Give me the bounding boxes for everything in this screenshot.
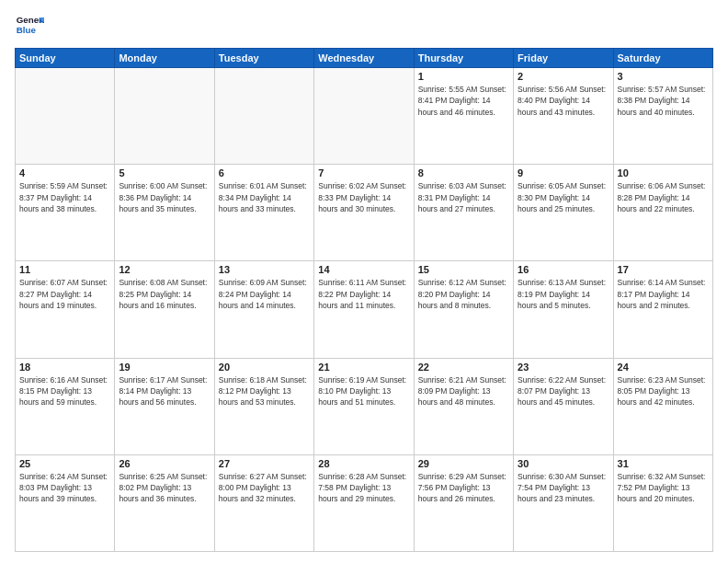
day-number: 26 (119, 458, 210, 469)
page: General Blue SundayMondayTuesdayWednesda… (0, 0, 728, 563)
day-cell: 30Sunrise: 6:30 AM Sunset: 7:54 PM Dayli… (514, 454, 613, 551)
day-info: Sunrise: 6:17 AM Sunset: 8:14 PM Dayligh… (119, 374, 210, 408)
day-cell: 10Sunrise: 6:06 AM Sunset: 8:28 PM Dayli… (613, 165, 712, 261)
day-info: Sunrise: 6:06 AM Sunset: 8:28 PM Dayligh… (618, 180, 709, 214)
calendar: SundayMondayTuesdayWednesdayThursdayFrid… (15, 48, 713, 552)
header: General Blue (15, 11, 713, 40)
day-cell: 14Sunrise: 6:11 AM Sunset: 8:22 PM Dayli… (314, 261, 414, 358)
weekday-header-thursday: Thursday (414, 49, 513, 68)
week-row-3: 18Sunrise: 6:16 AM Sunset: 8:15 PM Dayli… (16, 358, 713, 454)
day-number: 7 (318, 167, 409, 178)
day-cell: 31Sunrise: 6:32 AM Sunset: 7:52 PM Dayli… (613, 454, 712, 551)
day-cell: 24Sunrise: 6:23 AM Sunset: 8:05 PM Dayli… (613, 358, 712, 454)
day-number: 1 (418, 71, 509, 82)
day-number: 12 (119, 264, 210, 275)
day-info: Sunrise: 6:03 AM Sunset: 8:31 PM Dayligh… (418, 180, 509, 214)
day-number: 6 (219, 167, 310, 178)
day-info: Sunrise: 6:28 AM Sunset: 7:58 PM Dayligh… (318, 471, 409, 505)
day-cell: 7Sunrise: 6:02 AM Sunset: 8:33 PM Daylig… (314, 165, 414, 261)
day-cell: 2Sunrise: 5:56 AM Sunset: 8:40 PM Daylig… (514, 68, 613, 165)
day-info: Sunrise: 5:55 AM Sunset: 8:41 PM Dayligh… (418, 84, 509, 118)
day-cell: 16Sunrise: 6:13 AM Sunset: 8:19 PM Dayli… (514, 261, 613, 358)
day-number: 18 (19, 362, 110, 373)
day-info: Sunrise: 6:22 AM Sunset: 8:07 PM Dayligh… (518, 374, 609, 408)
day-number: 30 (518, 458, 609, 469)
day-cell: 9Sunrise: 6:05 AM Sunset: 8:30 PM Daylig… (514, 165, 613, 261)
day-cell: 1Sunrise: 5:55 AM Sunset: 8:41 PM Daylig… (414, 68, 513, 165)
day-number: 8 (418, 167, 509, 178)
day-number: 3 (618, 71, 709, 82)
day-number: 14 (318, 264, 409, 275)
day-cell: 26Sunrise: 6:25 AM Sunset: 8:02 PM Dayli… (115, 454, 214, 551)
day-cell: 17Sunrise: 6:14 AM Sunset: 8:17 PM Dayli… (613, 261, 712, 358)
day-cell: 25Sunrise: 6:24 AM Sunset: 8:03 PM Dayli… (16, 454, 115, 551)
day-info: Sunrise: 6:32 AM Sunset: 7:52 PM Dayligh… (618, 471, 709, 505)
day-cell: 15Sunrise: 6:12 AM Sunset: 8:20 PM Dayli… (414, 261, 513, 358)
day-number: 15 (418, 264, 509, 275)
day-cell: 3Sunrise: 5:57 AM Sunset: 8:38 PM Daylig… (613, 68, 712, 165)
week-row-1: 4Sunrise: 5:59 AM Sunset: 8:37 PM Daylig… (16, 165, 713, 261)
weekday-header-sunday: Sunday (16, 49, 115, 68)
day-info: Sunrise: 5:56 AM Sunset: 8:40 PM Dayligh… (518, 84, 609, 118)
weekday-header-friday: Friday (514, 49, 613, 68)
day-cell (115, 68, 214, 165)
day-info: Sunrise: 6:05 AM Sunset: 8:30 PM Dayligh… (518, 180, 609, 214)
weekday-header-monday: Monday (115, 49, 214, 68)
day-info: Sunrise: 6:23 AM Sunset: 8:05 PM Dayligh… (618, 374, 709, 408)
svg-text:Blue: Blue (17, 25, 37, 35)
day-cell (16, 68, 115, 165)
day-info: Sunrise: 6:19 AM Sunset: 8:10 PM Dayligh… (318, 374, 409, 408)
day-cell: 19Sunrise: 6:17 AM Sunset: 8:14 PM Dayli… (115, 358, 214, 454)
day-number: 31 (618, 458, 709, 469)
day-number: 9 (518, 167, 609, 178)
day-info: Sunrise: 6:13 AM Sunset: 8:19 PM Dayligh… (518, 277, 609, 311)
day-number: 19 (119, 362, 210, 373)
day-info: Sunrise: 6:21 AM Sunset: 8:09 PM Dayligh… (418, 374, 509, 408)
day-info: Sunrise: 6:09 AM Sunset: 8:24 PM Dayligh… (219, 277, 310, 311)
day-cell: 6Sunrise: 6:01 AM Sunset: 8:34 PM Daylig… (214, 165, 313, 261)
day-cell (214, 68, 313, 165)
day-info: Sunrise: 6:18 AM Sunset: 8:12 PM Dayligh… (219, 374, 310, 408)
day-cell (314, 68, 414, 165)
day-number: 13 (219, 264, 310, 275)
day-number: 24 (618, 362, 709, 373)
weekday-header-row: SundayMondayTuesdayWednesdayThursdayFrid… (16, 49, 713, 68)
day-info: Sunrise: 6:02 AM Sunset: 8:33 PM Dayligh… (318, 180, 409, 214)
day-info: Sunrise: 6:29 AM Sunset: 7:56 PM Dayligh… (418, 471, 509, 505)
day-number: 27 (219, 458, 310, 469)
day-info: Sunrise: 6:01 AM Sunset: 8:34 PM Dayligh… (219, 180, 310, 214)
day-number: 17 (618, 264, 709, 275)
day-info: Sunrise: 6:24 AM Sunset: 8:03 PM Dayligh… (19, 471, 110, 505)
week-row-4: 25Sunrise: 6:24 AM Sunset: 8:03 PM Dayli… (16, 454, 713, 551)
day-cell: 13Sunrise: 6:09 AM Sunset: 8:24 PM Dayli… (214, 261, 313, 358)
day-info: Sunrise: 6:30 AM Sunset: 7:54 PM Dayligh… (518, 471, 609, 505)
day-cell: 8Sunrise: 6:03 AM Sunset: 8:31 PM Daylig… (414, 165, 513, 261)
day-number: 25 (19, 458, 110, 469)
day-info: Sunrise: 6:11 AM Sunset: 8:22 PM Dayligh… (318, 277, 409, 311)
day-info: Sunrise: 5:57 AM Sunset: 8:38 PM Dayligh… (618, 84, 709, 118)
day-number: 16 (518, 264, 609, 275)
day-info: Sunrise: 6:07 AM Sunset: 8:27 PM Dayligh… (19, 277, 110, 311)
day-info: Sunrise: 6:27 AM Sunset: 8:00 PM Dayligh… (219, 471, 310, 505)
day-number: 29 (418, 458, 509, 469)
day-cell: 21Sunrise: 6:19 AM Sunset: 8:10 PM Dayli… (314, 358, 414, 454)
weekday-header-saturday: Saturday (613, 49, 712, 68)
day-cell: 18Sunrise: 6:16 AM Sunset: 8:15 PM Dayli… (16, 358, 115, 454)
week-row-0: 1Sunrise: 5:55 AM Sunset: 8:41 PM Daylig… (16, 68, 713, 165)
day-cell: 29Sunrise: 6:29 AM Sunset: 7:56 PM Dayli… (414, 454, 513, 551)
day-number: 28 (318, 458, 409, 469)
day-info: Sunrise: 5:59 AM Sunset: 8:37 PM Dayligh… (19, 180, 110, 214)
day-cell: 23Sunrise: 6:22 AM Sunset: 8:07 PM Dayli… (514, 358, 613, 454)
day-cell: 27Sunrise: 6:27 AM Sunset: 8:00 PM Dayli… (214, 454, 313, 551)
day-info: Sunrise: 6:16 AM Sunset: 8:15 PM Dayligh… (19, 374, 110, 408)
day-number: 2 (518, 71, 609, 82)
day-cell: 4Sunrise: 5:59 AM Sunset: 8:37 PM Daylig… (16, 165, 115, 261)
day-number: 11 (19, 264, 110, 275)
day-cell: 22Sunrise: 6:21 AM Sunset: 8:09 PM Dayli… (414, 358, 513, 454)
day-number: 23 (518, 362, 609, 373)
day-number: 10 (618, 167, 709, 178)
day-info: Sunrise: 6:14 AM Sunset: 8:17 PM Dayligh… (618, 277, 709, 311)
weekday-header-tuesday: Tuesday (214, 49, 313, 68)
day-number: 22 (418, 362, 509, 373)
day-cell: 28Sunrise: 6:28 AM Sunset: 7:58 PM Dayli… (314, 454, 414, 551)
